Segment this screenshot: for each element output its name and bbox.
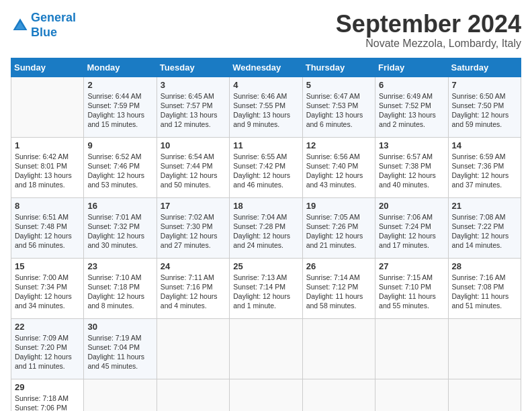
calendar-cell: 12Sunrise: 6:56 AMSunset: 7:40 PMDayligh… [302, 137, 375, 197]
day-info: Sunset: 7:40 PM [306, 161, 371, 171]
day-info: Sunrise: 7:06 AM [379, 212, 444, 222]
day-info: Daylight: 11 hours and 58 minutes. [306, 291, 371, 310]
day-info: Sunrise: 6:49 AM [379, 91, 444, 101]
day-info: Sunrise: 7:10 AM [87, 273, 152, 282]
day-number: 21 [452, 201, 517, 211]
day-info: Sunrise: 7:14 AM [306, 273, 371, 282]
calendar-table: SundayMondayTuesdayWednesdayThursdayFrid… [11, 58, 521, 411]
day-number: 1 [15, 140, 80, 150]
day-info: Daylight: 12 hours and 46 minutes. [233, 171, 298, 189]
day-info: Sunset: 7:46 PM [87, 161, 152, 171]
day-number: 6 [379, 80, 444, 90]
calendar-cell: 26Sunrise: 7:14 AMSunset: 7:12 PMDayligh… [302, 258, 375, 318]
calendar-cell [157, 379, 229, 411]
calendar-cell [375, 318, 448, 379]
day-info: Sunset: 7:08 PM [452, 282, 517, 291]
calendar-cell: 18Sunrise: 7:04 AMSunset: 7:28 PMDayligh… [230, 197, 302, 258]
day-info: Sunrise: 6:45 AM [161, 91, 226, 101]
day-number: 24 [161, 261, 226, 271]
day-info: Daylight: 13 hours and 2 minutes. [379, 110, 444, 129]
weekday-header-saturday: Saturday [448, 58, 521, 77]
day-info: Sunrise: 7:18 AM [15, 394, 80, 403]
day-info: Daylight: 12 hours and 50 minutes. [161, 171, 226, 189]
day-info: Sunset: 7:32 PM [87, 222, 152, 231]
day-info: Sunset: 7:24 PM [379, 222, 444, 231]
weekday-header-sunday: Sunday [11, 58, 84, 77]
day-info: Sunset: 7:10 PM [379, 282, 444, 291]
calendar-cell [230, 318, 302, 379]
day-info: Daylight: 12 hours and 40 minutes. [379, 171, 444, 189]
calendar-cell [448, 318, 521, 379]
logo: General Blue [11, 11, 76, 40]
day-info: Sunrise: 7:05 AM [306, 212, 371, 222]
day-number: 17 [161, 201, 226, 211]
calendar-cell: 5Sunrise: 6:47 AMSunset: 7:53 PMDaylight… [302, 77, 375, 137]
calendar-cell: 22Sunrise: 7:09 AMSunset: 7:20 PMDayligh… [11, 318, 84, 379]
day-info: Sunrise: 7:15 AM [379, 273, 444, 282]
day-info: Sunset: 7:55 PM [233, 101, 298, 110]
day-number: 30 [87, 322, 152, 332]
day-info: Sunset: 8:01 PM [15, 161, 80, 171]
calendar-cell: 3Sunrise: 6:45 AMSunset: 7:57 PMDaylight… [157, 77, 229, 137]
day-info: Sunset: 7:30 PM [161, 222, 226, 231]
location: Novate Mezzola, Lombardy, Italy [336, 38, 521, 50]
day-info: Daylight: 12 hours and 4 minutes. [161, 291, 226, 310]
calendar-cell: 13Sunrise: 6:57 AMSunset: 7:38 PMDayligh… [375, 137, 448, 197]
day-info: Sunrise: 6:46 AM [233, 91, 298, 101]
calendar-cell: 14Sunrise: 6:59 AMSunset: 7:36 PMDayligh… [448, 137, 521, 197]
day-info: Daylight: 12 hours and 17 minutes. [379, 231, 444, 250]
calendar-cell: 27Sunrise: 7:15 AMSunset: 7:10 PMDayligh… [375, 258, 448, 318]
calendar-cell [302, 318, 375, 379]
day-number: 9 [87, 140, 152, 150]
weekday-header-thursday: Thursday [302, 58, 375, 77]
day-number: 10 [161, 140, 226, 150]
calendar-cell: 29Sunrise: 7:18 AMSunset: 7:06 PMDayligh… [11, 379, 84, 411]
month-title: September 2024 [336, 11, 521, 38]
day-info: Sunrise: 6:50 AM [452, 91, 517, 101]
weekday-header-wednesday: Wednesday [230, 58, 302, 77]
day-info: Daylight: 11 hours and 51 minutes. [452, 291, 517, 310]
day-info: Sunrise: 7:02 AM [161, 212, 226, 222]
page-header: General Blue September 2024 Novate Mezzo… [11, 11, 521, 50]
day-info: Sunrise: 7:09 AM [15, 333, 80, 342]
calendar-cell: 4Sunrise: 6:46 AMSunset: 7:55 PMDaylight… [230, 77, 302, 137]
day-info: Sunset: 7:26 PM [306, 222, 371, 231]
day-info: Sunrise: 6:55 AM [233, 152, 298, 161]
day-number: 26 [306, 261, 371, 271]
day-info: Daylight: 12 hours and 30 minutes. [87, 231, 152, 250]
calendar-cell: 9Sunrise: 6:52 AMSunset: 7:46 PMDaylight… [84, 137, 157, 197]
day-info: Sunset: 7:18 PM [87, 282, 152, 291]
calendar-cell: 16Sunrise: 7:01 AMSunset: 7:32 PMDayligh… [84, 197, 157, 258]
calendar-cell [302, 379, 375, 411]
day-number: 15 [15, 261, 80, 271]
day-info: Daylight: 12 hours and 34 minutes. [15, 291, 80, 310]
day-info: Daylight: 12 hours and 59 minutes. [452, 110, 517, 129]
day-number: 16 [87, 201, 152, 211]
calendar-week-row: 29Sunrise: 7:18 AMSunset: 7:06 PMDayligh… [11, 379, 521, 411]
day-info: Daylight: 12 hours and 14 minutes. [452, 231, 517, 250]
day-info: Daylight: 13 hours and 6 minutes. [306, 110, 371, 129]
day-info: Sunrise: 6:42 AM [15, 152, 80, 161]
weekday-header-tuesday: Tuesday [157, 58, 229, 77]
day-info: Sunrise: 6:47 AM [306, 91, 371, 101]
day-number: 13 [379, 140, 444, 150]
day-info: Daylight: 12 hours and 11 minutes. [15, 352, 80, 371]
calendar-cell: 17Sunrise: 7:02 AMSunset: 7:30 PMDayligh… [157, 197, 229, 258]
day-info: Sunrise: 7:08 AM [452, 212, 517, 222]
day-number: 25 [233, 261, 298, 271]
calendar-cell: 28Sunrise: 7:16 AMSunset: 7:08 PMDayligh… [448, 258, 521, 318]
calendar-cell: 21Sunrise: 7:08 AMSunset: 7:22 PMDayligh… [448, 197, 521, 258]
calendar-cell: 25Sunrise: 7:13 AMSunset: 7:14 PMDayligh… [230, 258, 302, 318]
day-info: Daylight: 13 hours and 9 minutes. [233, 110, 298, 129]
day-info: Sunrise: 6:57 AM [379, 152, 444, 161]
day-info: Daylight: 12 hours and 8 minutes. [87, 291, 152, 310]
day-info: Daylight: 12 hours and 56 minutes. [15, 231, 80, 250]
day-info: Sunset: 7:36 PM [452, 161, 517, 171]
day-number: 20 [379, 201, 444, 211]
day-number: 27 [379, 261, 444, 271]
day-info: Daylight: 12 hours and 37 minutes. [452, 171, 517, 189]
day-number: 29 [15, 382, 80, 392]
day-info: Sunrise: 7:19 AM [87, 333, 152, 342]
calendar-cell: 2Sunrise: 6:44 AMSunset: 7:59 PMDaylight… [84, 77, 157, 137]
day-info: Daylight: 13 hours and 18 minutes. [15, 171, 80, 189]
